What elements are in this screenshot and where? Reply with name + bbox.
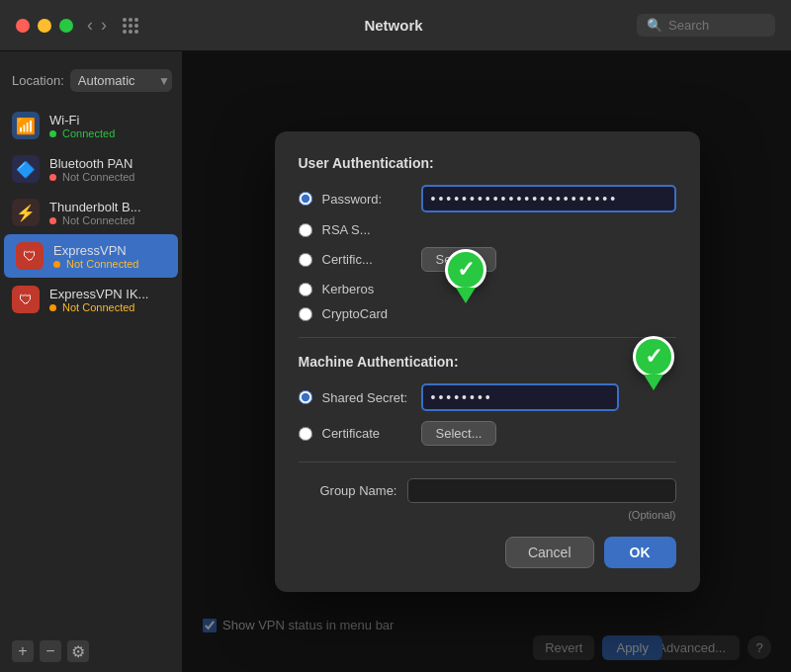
sidebar-item-expressvpn[interactable]: 🛡 ExpressVPN Not Connected xyxy=(4,234,178,278)
ok-button[interactable]: OK xyxy=(604,537,676,568)
orange-dot-icon2 xyxy=(49,304,56,311)
sidebar-item-thunderbolt[interactable]: ⚡ Thunderbolt B... Not Connected xyxy=(0,191,182,234)
search-input[interactable] xyxy=(668,18,767,33)
kerberos-row: Kerberos xyxy=(299,282,676,296)
cryptocard-radio[interactable] xyxy=(299,307,312,321)
window-title: Network xyxy=(150,17,637,34)
cancel-button[interactable]: Cancel xyxy=(505,537,594,568)
add-network-button[interactable]: + xyxy=(12,640,34,662)
auth-modal: User Authentication: Password: RSA S... xyxy=(275,131,700,592)
group-name-optional: (Optional) xyxy=(299,509,676,521)
red-dot-icon2 xyxy=(49,217,56,224)
title-bar: ‹ › Network 🔍 xyxy=(0,0,791,51)
forward-arrow[interactable]: › xyxy=(99,15,109,36)
search-bar[interactable]: 🔍 xyxy=(637,14,775,37)
network-menu-button[interactable]: ⚙ xyxy=(67,640,89,662)
bluetooth-name: Bluetooth PAN xyxy=(49,156,134,171)
kerberos-radio[interactable] xyxy=(299,283,312,296)
certificate-select-button[interactable]: Select... xyxy=(421,247,497,272)
cryptocard-row: CryptoCard xyxy=(299,306,676,321)
sidebar-item-wifi[interactable]: 📶 Wi-Fi Connected xyxy=(0,104,182,147)
green-dot-icon xyxy=(49,130,56,137)
thunderbolt-name: Thunderbolt B... xyxy=(49,200,141,214)
remove-network-button[interactable]: − xyxy=(40,640,61,662)
wifi-info: Wi-Fi Connected xyxy=(49,113,115,139)
password-label: Password: xyxy=(322,192,411,207)
expressvpn-icon: 🛡 xyxy=(16,242,44,270)
sidebar-bottom-bar: + − ⚙ xyxy=(0,630,182,672)
bluetooth-icon: 🔷 xyxy=(12,155,40,183)
certificate-radio[interactable] xyxy=(299,253,312,267)
expressvpn-ike-name: ExpressVPN IK... xyxy=(49,287,148,301)
password-input[interactable] xyxy=(421,185,676,212)
password-row: Password: xyxy=(299,185,676,212)
bluetooth-status: Not Connected xyxy=(49,171,134,183)
expressvpn-ike-icon: 🛡 xyxy=(12,286,40,313)
group-name-row: Group Name: xyxy=(299,478,676,503)
traffic-lights xyxy=(16,19,73,33)
app-grid-icon xyxy=(123,18,138,34)
close-button[interactable] xyxy=(16,19,30,33)
modal-actions: Cancel OK xyxy=(299,537,676,568)
shared-secret-input[interactable] xyxy=(421,383,619,411)
location-row: Location: Automatic ▼ xyxy=(0,63,182,104)
certificate-label: Certific... xyxy=(322,252,411,267)
location-select[interactable]: Automatic xyxy=(70,69,172,92)
machine-certificate-select-button[interactable]: Select... xyxy=(421,421,497,446)
nav-arrows: ‹ › xyxy=(85,15,109,36)
expressvpn-name: ExpressVPN xyxy=(53,243,138,258)
orange-dot-icon xyxy=(53,261,60,268)
location-label: Location: xyxy=(12,73,64,88)
shared-secret-row: Shared Secret: xyxy=(299,383,676,411)
expressvpn-ike-status: Not Connected xyxy=(49,301,148,313)
rsa-radio[interactable] xyxy=(299,223,312,237)
wifi-icon: 📶 xyxy=(12,112,40,139)
expressvpn-info: ExpressVPN Not Connected xyxy=(53,243,138,270)
sidebar-item-expressvpn-ike[interactable]: 🛡 ExpressVPN IK... Not Connected xyxy=(0,278,182,321)
sidebar-item-bluetooth[interactable]: 🔷 Bluetooth PAN Not Connected xyxy=(0,147,182,191)
group-name-label: Group Name: xyxy=(299,483,397,498)
expressvpn-ike-info: ExpressVPN IK... Not Connected xyxy=(49,287,148,313)
machine-certificate-row: Certificate Select... xyxy=(299,421,676,446)
thunderbolt-status: Not Connected xyxy=(49,214,141,226)
search-icon: 🔍 xyxy=(647,18,662,33)
network-list: 📶 Wi-Fi Connected 🔷 Bluetooth PAN Not Co… xyxy=(0,104,182,630)
modal-overlay: User Authentication: Password: RSA S... xyxy=(183,51,791,672)
wifi-status: Connected xyxy=(49,127,115,139)
machine-certificate-label: Certificate xyxy=(322,426,411,441)
thunderbolt-info: Thunderbolt B... Not Connected xyxy=(49,200,141,226)
certificate-row: Certific... Select... xyxy=(299,247,676,272)
password-radio[interactable] xyxy=(299,192,312,206)
bluetooth-info: Bluetooth PAN Not Connected xyxy=(49,156,134,183)
rsa-row: RSA S... xyxy=(299,222,676,237)
wifi-name: Wi-Fi xyxy=(49,113,115,127)
red-dot-icon xyxy=(49,174,56,181)
user-auth-title: User Authentication: xyxy=(299,155,676,171)
thunderbolt-icon: ⚡ xyxy=(12,199,40,226)
section-divider xyxy=(299,337,676,338)
content-area: Show VPN status in menu bar Advanced... … xyxy=(183,51,791,672)
expressvpn-status: Not Connected xyxy=(53,258,138,270)
group-name-input[interactable] xyxy=(407,478,676,503)
sidebar: Location: Automatic ▼ 📶 Wi-Fi Connected … xyxy=(0,51,183,672)
rsa-label: RSA S... xyxy=(322,222,411,237)
minimize-button[interactable] xyxy=(38,19,51,33)
main-area: Location: Automatic ▼ 📶 Wi-Fi Connected … xyxy=(0,51,791,672)
maximize-button[interactable] xyxy=(59,19,73,33)
shared-secret-radio[interactable] xyxy=(299,390,312,404)
shared-secret-label: Shared Secret: xyxy=(322,390,411,405)
kerberos-label: Kerberos xyxy=(322,282,411,296)
group-divider xyxy=(299,462,676,462)
content-inner: Show VPN status in menu bar Advanced... … xyxy=(183,51,791,672)
cryptocard-label: CryptoCard xyxy=(322,306,411,321)
machine-certificate-radio[interactable] xyxy=(299,427,312,441)
machine-auth-title: Machine Authentication: xyxy=(299,354,676,370)
back-arrow[interactable]: ‹ xyxy=(85,15,95,36)
